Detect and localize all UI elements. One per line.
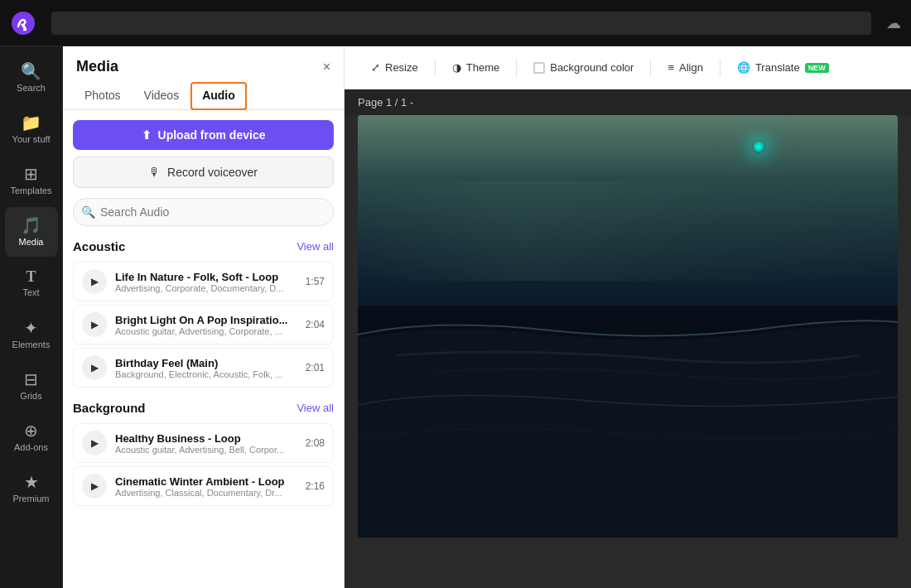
background-color-label: Background color: [550, 61, 634, 74]
search-audio-input[interactable]: [73, 198, 334, 226]
teal-orb: [752, 140, 765, 153]
sidebar-item-text[interactable]: T Text: [5, 258, 58, 308]
align-button[interactable]: ≡ Align: [658, 56, 713, 79]
track-info-1: Life In Nature - Folk, Soft - Loop Adver…: [115, 271, 297, 293]
sidebar-item-elements-label: Elements: [12, 340, 51, 349]
canva-logo[interactable]: [10, 10, 36, 36]
right-area: ⤢ Resize ◑ Theme Background color ≡ Alig…: [345, 46, 911, 588]
track-bright-light[interactable]: ▶ Bright Light On A Pop Inspiratio... Ac…: [73, 305, 334, 345]
background-color-button[interactable]: Background color: [523, 56, 643, 79]
record-voiceover-button[interactable]: 🎙 Record voiceover: [73, 157, 334, 188]
tab-videos[interactable]: Videos: [133, 82, 191, 110]
color-swatch-icon: [533, 62, 545, 74]
breadcrumb-bar[interactable]: [51, 12, 871, 35]
sidebar: 🔍 Search 📁 Your stuff ⊞ Templates 🎵 Medi…: [0, 46, 63, 588]
audio-search-wrapper: 🔍: [73, 198, 334, 226]
media-panel-close-button[interactable]: ×: [323, 60, 330, 75]
svg-point-0: [12, 12, 35, 35]
track-name-4: Healthy Business - Loop: [115, 432, 297, 445]
toolbar: ⤢ Resize ◑ Theme Background color ≡ Alig…: [345, 46, 911, 89]
tab-audio[interactable]: Audio: [190, 82, 247, 110]
text-icon: T: [26, 269, 36, 284]
search-icon: 🔍: [81, 205, 95, 219]
sidebar-item-your-stuff[interactable]: 📁 Your stuff: [5, 104, 58, 154]
upload-from-device-button[interactable]: ⬆ Upload from device: [73, 120, 334, 150]
track-tags-2: Acoustic guitar, Advertising, Corporate,…: [115, 326, 297, 336]
sidebar-item-templates[interactable]: ⊞ Templates: [5, 156, 58, 205]
track-birthday-feel[interactable]: ▶ Birthday Feel (Main) Background, Elect…: [73, 348, 334, 388]
translate-button[interactable]: 🌐 Translate NEW: [727, 56, 839, 79]
canvas-image[interactable]: [358, 115, 898, 537]
elements-icon: ✦: [24, 320, 38, 336]
track-name-3: Birthday Feel (Main): [115, 357, 297, 369]
track-name-2: Bright Light On A Pop Inspiratio...: [115, 314, 297, 326]
track-cinematic-winter[interactable]: ▶ Cinematic Winter Ambient - Loop Advert…: [73, 466, 334, 506]
sidebar-item-grids-label: Grids: [20, 391, 41, 401]
car-scene: [358, 115, 898, 537]
theme-label: Theme: [466, 61, 499, 74]
play-button-4[interactable]: ▶: [82, 431, 107, 455]
theme-icon: ◑: [452, 61, 461, 74]
sidebar-item-search[interactable]: 🔍 Search: [5, 53, 58, 103]
record-button-label: Record voiceover: [167, 166, 258, 179]
track-healthy-business[interactable]: ▶ Healthy Business - Loop Acoustic guita…: [73, 423, 334, 463]
acoustic-view-all[interactable]: View all: [296, 240, 334, 253]
toolbar-divider-2: [516, 60, 517, 76]
track-duration-2: 2:04: [306, 319, 325, 330]
background-view-all[interactable]: View all: [296, 402, 334, 414]
track-tags-4: Acoustic guitar, Advertising, Bell, Corp…: [115, 445, 297, 455]
microphone-icon: 🎙: [149, 166, 161, 179]
track-info-3: Birthday Feel (Main) Background, Electro…: [115, 357, 297, 379]
upload-button-label: Upload from device: [158, 128, 266, 142]
sidebar-item-grids[interactable]: ⊟ Grids: [5, 361, 58, 411]
align-icon: ≡: [668, 61, 674, 74]
background-section-title: Background: [73, 401, 146, 415]
media-panel-title: Media: [76, 58, 118, 75]
play-button-3[interactable]: ▶: [82, 355, 107, 380]
track-tags-1: Advertising, Corporate, Documentary, D..…: [115, 283, 297, 293]
media-icon: 🎵: [21, 217, 41, 234]
templates-icon: ⊞: [24, 166, 38, 182]
folder-icon: 📁: [21, 114, 41, 131]
cloud-icon[interactable]: ☁: [886, 14, 901, 32]
media-panel: Media × Photos Videos Audio ⬆ Upload fro…: [63, 46, 345, 588]
toolbar-divider-1: [435, 60, 436, 76]
sidebar-item-media[interactable]: 🎵 Media: [5, 207, 58, 257]
resize-button[interactable]: ⤢ Resize: [361, 56, 428, 79]
play-button-1[interactable]: ▶: [82, 269, 107, 294]
sidebar-item-add-ons[interactable]: ⊕ Add-ons: [5, 412, 58, 462]
sidebar-item-search-label: Search: [17, 83, 46, 93]
topbar: ☁: [0, 0, 911, 46]
translate-icon: 🌐: [737, 61, 750, 74]
main-layout: 🔍 Search 📁 Your stuff ⊞ Templates 🎵 Medi…: [0, 46, 911, 588]
translate-label: Translate: [755, 61, 800, 74]
theme-button[interactable]: ◑ Theme: [442, 56, 509, 79]
tab-photos[interactable]: Photos: [73, 82, 133, 110]
search-icon: 🔍: [21, 63, 41, 80]
track-duration-5: 2:16: [306, 480, 325, 492]
resize-label: Resize: [385, 61, 418, 74]
track-name-1: Life In Nature - Folk, Soft - Loop: [115, 271, 297, 283]
upload-icon: ⬆: [142, 128, 152, 142]
grids-icon: ⊟: [24, 371, 38, 388]
page-indicator: Page 1 / 1 -: [345, 89, 911, 115]
acoustic-section-title: Acoustic: [73, 239, 125, 253]
sidebar-item-premium[interactable]: ★ Premium: [5, 464, 58, 513]
track-tags-5: Advertising, Classical, Documentary, Dr.…: [115, 488, 297, 498]
translate-new-badge: NEW: [805, 63, 829, 73]
canvas-area: Page 1 / 1 -: [345, 89, 911, 588]
track-duration-1: 1:57: [306, 276, 325, 287]
track-life-in-nature[interactable]: ▶ Life In Nature - Folk, Soft - Loop Adv…: [73, 262, 334, 301]
sidebar-item-add-ons-label: Add-ons: [14, 442, 48, 452]
media-panel-header: Media ×: [63, 46, 344, 82]
media-panel-body: ⬆ Upload from device 🎙 Record voiceover …: [63, 110, 344, 588]
track-name-5: Cinematic Winter Ambient - Loop: [115, 475, 297, 488]
sidebar-item-elements[interactable]: ✦ Elements: [5, 310, 58, 359]
media-tabs: Photos Videos Audio: [63, 82, 344, 110]
sidebar-item-your-stuff-label: Your stuff: [12, 134, 51, 144]
sidebar-item-premium-label: Premium: [12, 494, 49, 504]
play-button-2[interactable]: ▶: [82, 312, 107, 337]
track-duration-4: 2:08: [306, 437, 325, 449]
canvas-content: [345, 115, 911, 588]
play-button-5[interactable]: ▶: [82, 474, 107, 499]
